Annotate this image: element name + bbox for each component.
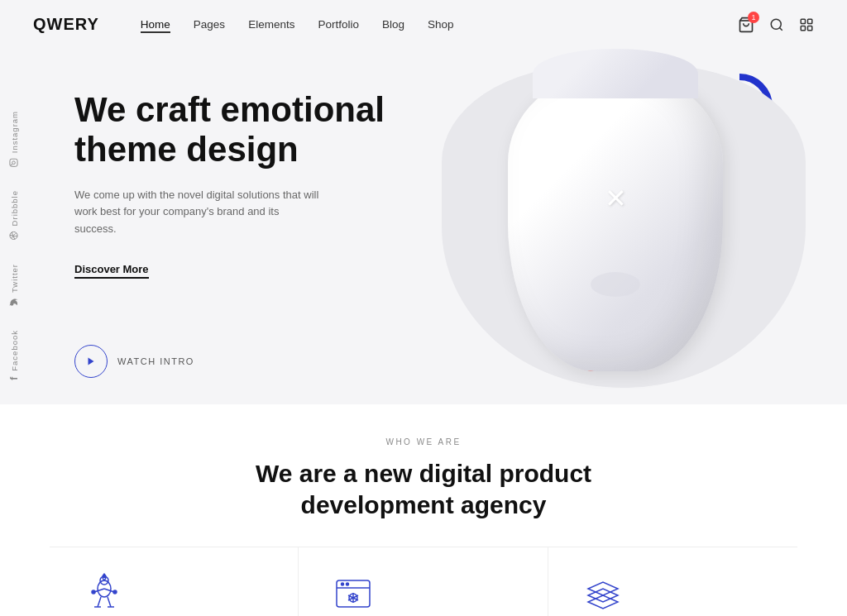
svg-line-2: [779, 27, 782, 30]
feature-card-code: Super Clean Code: [299, 547, 548, 616]
svg-point-15: [92, 590, 95, 594]
grid-menu-button[interactable]: [799, 17, 814, 32]
nav-pages[interactable]: Pages: [194, 18, 225, 31]
svg-line-18: [108, 597, 111, 607]
search-icon: [769, 17, 784, 32]
instagram-icon: [10, 158, 19, 167]
nav-home[interactable]: Home: [141, 18, 170, 31]
svg-rect-7: [10, 159, 17, 166]
cart-button[interactable]: 1: [738, 17, 754, 33]
feature-card-endless: Endless Possibilities: [50, 547, 299, 616]
svg-point-16: [113, 590, 117, 594]
side-social: Instagram Dribbble Twitter f Facebook: [0, 99, 28, 391]
svg-point-26: [347, 583, 349, 585]
facebook-icon: f: [8, 375, 20, 380]
social-facebook[interactable]: f Facebook: [0, 318, 28, 392]
watch-intro-label: WATCH INTRO: [117, 356, 194, 366]
search-button[interactable]: [769, 17, 784, 32]
svg-rect-4: [808, 19, 812, 23]
svg-rect-3: [801, 19, 805, 23]
social-instagram[interactable]: Instagram: [0, 99, 28, 179]
who-section: WHO WE ARE We are a new digital product …: [0, 404, 847, 616]
endless-icon: [83, 572, 265, 615]
twitter-icon: [10, 298, 19, 307]
svg-point-9: [12, 165, 12, 165]
feature-card-updates: Free Updates & Support: [548, 547, 797, 616]
svg-line-17: [98, 597, 101, 607]
layers-icon: [581, 572, 764, 615]
svg-marker-11: [89, 357, 94, 365]
nav-elements[interactable]: Elements: [248, 18, 294, 31]
cart-badge: 1: [748, 12, 759, 23]
social-twitter[interactable]: Twitter: [0, 252, 28, 318]
hero-section: We craft emotional theme design We come …: [0, 49, 847, 404]
nav-portfolio[interactable]: Portfolio: [318, 18, 359, 31]
nav-shop[interactable]: Shop: [428, 18, 454, 31]
svg-point-1: [771, 19, 781, 29]
dribbble-icon: [10, 232, 19, 241]
svg-rect-6: [808, 26, 812, 30]
who-label: WHO WE ARE: [50, 437, 797, 446]
social-dribbble[interactable]: Dribbble: [0, 179, 28, 251]
nav-blog[interactable]: Blog: [382, 18, 404, 31]
svg-point-8: [12, 161, 16, 165]
main-nav: Home Pages Elements Portfolio Blog Shop: [141, 18, 738, 31]
discover-more-button[interactable]: Discover More: [74, 263, 149, 279]
watch-intro-button[interactable]: WATCH INTRO: [74, 345, 781, 378]
hero-subtitle: We come up with the novel digital soluti…: [74, 187, 323, 238]
hero-title: We craft emotional theme design: [74, 90, 405, 170]
svg-point-22: [103, 575, 106, 578]
hero-content: We craft emotional theme design We come …: [74, 65, 781, 378]
svg-point-25: [342, 583, 344, 585]
grid-icon: [799, 17, 814, 32]
svg-line-14: [104, 589, 114, 592]
play-button[interactable]: [74, 345, 108, 378]
feature-cards: Endless Possibilities: [50, 547, 797, 616]
header: QWERY Home Pages Elements Portfolio Blog…: [0, 0, 847, 49]
header-icons: 1: [738, 17, 814, 33]
code-icon: [332, 572, 514, 615]
svg-rect-5: [801, 26, 805, 30]
who-title: We are a new digital product development…: [217, 458, 630, 520]
logo[interactable]: QWERY: [33, 15, 99, 34]
svg-line-13: [94, 589, 104, 592]
play-icon: [86, 356, 96, 366]
